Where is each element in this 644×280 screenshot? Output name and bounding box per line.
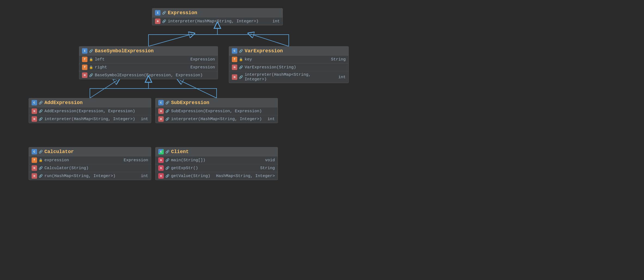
ae-constructor-link: 🔗 (39, 109, 43, 113)
client-main-badge: m (158, 157, 164, 163)
ae-interpreter-name: interpreter(HashMap<String, Integer>) (44, 117, 136, 121)
sub-expression-header: C 🔗 SubExpression (156, 98, 278, 107)
calc-field-expr-name: expression (44, 158, 119, 163)
ve-constructor-row: m 🔗 VarExpression(String) (229, 63, 348, 71)
calc-run-badge: m (32, 173, 37, 179)
arrows-svg (0, 0, 644, 280)
bse-constructor-row: m 🔗 BaseSymbolExpression(Expression, Exp… (79, 71, 218, 79)
var-expression-box: C 🔗 VarExpression f 🔒 key String m 🔗 Var… (229, 46, 349, 83)
expression-method-badge: m (155, 19, 160, 24)
svg-line-4 (180, 80, 217, 98)
se-class-badge: C (158, 100, 164, 105)
bse-field-left: f 🔒 left Expression (79, 56, 218, 63)
base-symbol-expression-header: I 🔗 BaseSymbolExpression (79, 47, 218, 56)
add-expression-header: C 🔗 AddExpression (29, 98, 151, 107)
svg-line-3 (90, 80, 117, 98)
se-constructor-name: SubExpression(Expression, Expression) (171, 109, 275, 114)
calc-title: Calculator (44, 149, 74, 154)
calc-run-return: int (141, 174, 148, 178)
ve-field-key: f 🔒 key String (229, 56, 348, 63)
se-interpreter-return: int (268, 117, 275, 121)
ve-field-key-type: String (331, 57, 346, 62)
bse-field-left-lock: 🔒 (89, 57, 93, 62)
ae-interpreter-badge: m (32, 116, 37, 122)
expression-title: Expression (168, 10, 197, 16)
bse-constructor-name: BaseSymbolExpression(Expression, Express… (95, 73, 215, 78)
svg-line-1 (148, 34, 192, 46)
client-getexpstr-return: String (260, 166, 275, 171)
bse-constructor-link: 🔗 (89, 73, 93, 77)
calc-run-name: run(HashMap<String, Integer>) (44, 174, 136, 178)
ve-interpreter-link: 🔗 (239, 75, 243, 79)
client-main-link: 🔗 (165, 158, 169, 162)
ve-interpreter-badge: m (232, 74, 237, 80)
ve-field-key-name: key (245, 57, 327, 62)
ae-class-badge: C (32, 100, 37, 105)
bse-field-right-lock: 🔒 (89, 65, 93, 69)
expression-method-row: m 🔗 interpreter(HashMap<String, Integer>… (152, 17, 282, 25)
client-getvalue-link: 🔗 (165, 174, 169, 178)
calc-run-row: m 🔗 run(HashMap<String, Integer>) int (29, 172, 151, 180)
bse-field-left-name: left (95, 57, 186, 62)
ve-title: VarExpression (245, 48, 283, 54)
var-expression-header: C 🔗 VarExpression (229, 47, 348, 56)
bse-field-right: f 🔒 right Expression (79, 63, 218, 71)
calc-link-icon: 🔗 (39, 150, 43, 154)
base-symbol-expression-box: I 🔗 BaseSymbolExpression f 🔒 left Expres… (79, 46, 218, 79)
ae-title: AddExpression (44, 100, 83, 105)
client-getexpstr-name: getExpStr() (171, 166, 256, 171)
ae-constructor-name: AddExpression(Expression, Expression) (44, 109, 148, 114)
se-constructor-link: 🔗 (165, 109, 169, 113)
expression-method-return: int (272, 19, 280, 24)
client-getvalue-name: getValue(String) (171, 174, 212, 178)
precise-arrows-svg (0, 0, 644, 280)
client-class-badge: C (158, 149, 164, 154)
bse-field-left-badge: f (82, 57, 87, 62)
ae-interpreter-link: 🔗 (39, 117, 43, 121)
se-interpreter-row: m 🔗 interpreter(HashMap<String, Integer>… (156, 115, 278, 123)
client-getvalue-badge: m (158, 173, 164, 179)
se-link-icon: 🔗 (165, 101, 169, 105)
calc-constructor-badge: m (32, 165, 37, 171)
client-box: C 🔗 Client m 🔗 main(String[]) void m 🔗 g… (155, 147, 278, 180)
ae-link-icon: 🔗 (39, 101, 43, 105)
expression-class-badge: I (155, 10, 160, 16)
calculator-header: C 🔗 Calculator (29, 147, 151, 156)
ae-constructor-row: m 🔗 AddExpression(Expression, Expression… (29, 107, 151, 115)
client-getexpstr-badge: m (158, 165, 164, 171)
calc-field-expr-lock: 🔒 (39, 158, 43, 162)
ve-field-key-lock: 🔒 (239, 57, 243, 62)
se-interpreter-badge: m (158, 116, 164, 122)
se-constructor-badge: m (158, 108, 164, 114)
expression-link-icon: 🔗 (162, 11, 166, 15)
client-main-return: void (265, 158, 275, 163)
calc-constructor-link: 🔗 (39, 166, 43, 170)
ve-interpreter-row: m 🔗 interpreter(HashMap<String, Integer>… (229, 71, 348, 83)
ve-interpreter-name: interpreter(HashMap<String, Integer>) (245, 72, 334, 82)
client-header: C 🔗 Client (156, 147, 278, 156)
ve-field-key-badge: f (232, 57, 237, 62)
bse-link-icon: 🔗 (89, 49, 93, 53)
se-constructor-row: m 🔗 SubExpression(Expression, Expression… (156, 107, 278, 115)
calc-constructor-name: Calculator(String) (44, 166, 148, 171)
calc-field-expr-type: Expression (124, 158, 148, 163)
ae-constructor-badge: m (32, 108, 37, 114)
calc-field-expr-badge: f (32, 157, 37, 163)
client-getvalue-row: m 🔗 getValue(String) HashMap<String, Int… (156, 172, 278, 180)
ve-class-badge: C (232, 48, 237, 54)
ve-interpreter-return: int (338, 75, 346, 80)
expression-method-link: 🔗 (162, 19, 166, 23)
bse-field-left-type: Expression (190, 57, 215, 62)
add-expression-box: C 🔗 AddExpression m 🔗 AddExpression(Expr… (29, 98, 151, 123)
ae-interpreter-return: int (141, 117, 148, 121)
expression-header: I 🔗 Expression (152, 8, 282, 17)
diagram-container: I 🔗 Expression m 🔗 interpreter(HashMap<S… (0, 0, 644, 280)
svg-line-2 (251, 34, 289, 46)
ve-link-icon: 🔗 (239, 49, 243, 53)
client-getexpstr-link: 🔗 (165, 166, 169, 170)
ve-constructor-name: VarExpression(String) (245, 65, 346, 70)
calc-run-link: 🔗 (39, 174, 43, 178)
calc-field-expression: f 🔒 expression Expression (29, 156, 151, 164)
client-main-name: main(String[]) (171, 158, 261, 163)
bse-field-right-type: Expression (190, 65, 215, 70)
